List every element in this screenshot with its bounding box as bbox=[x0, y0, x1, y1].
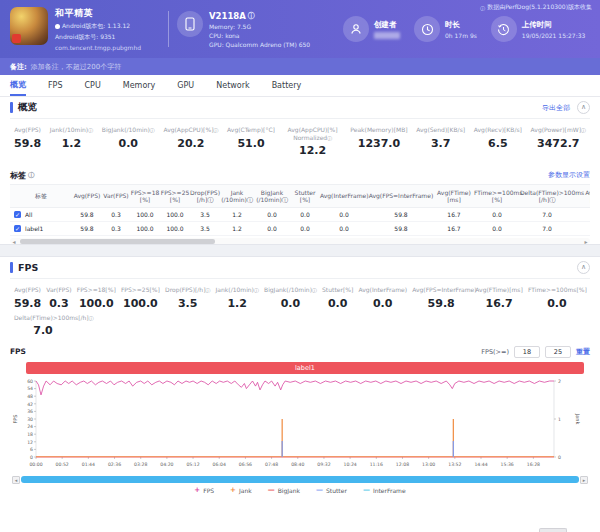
legend-label: Stutter bbox=[326, 487, 347, 494]
info-icon[interactable]: ⓘ bbox=[150, 127, 155, 133]
cell: 7.0 bbox=[520, 211, 574, 219]
info-icon[interactable]: ⓘ bbox=[254, 287, 259, 293]
legend-Stutter[interactable]: —Stutter bbox=[316, 486, 347, 494]
legend-marker: + bbox=[230, 486, 236, 494]
legend-marker: + bbox=[194, 486, 200, 494]
svg-text:12: 12 bbox=[27, 440, 33, 445]
stat-FTime>=100ms[%]: FTime>=100ms[%]0.0 bbox=[528, 286, 586, 310]
svg-text:36: 36 bbox=[27, 409, 33, 414]
upload-value: 19/05/2021 15:27:33 bbox=[522, 32, 585, 39]
duration-value: 0h 17m 9s bbox=[445, 32, 477, 39]
info-icon[interactable]: ⓘ bbox=[89, 315, 94, 321]
app-name: 和平精英 bbox=[55, 7, 141, 20]
svg-text:00:00: 00:00 bbox=[29, 462, 42, 467]
info-icon[interactable]: ⓘ bbox=[213, 127, 218, 133]
tab-Network[interactable]: Network bbox=[216, 75, 249, 96]
app-info: 和平精英 Android版本包: 1.13.12 Android版本号: 935… bbox=[10, 7, 160, 51]
fps-threshold-label: FPS(>=) bbox=[481, 348, 509, 356]
row-checkbox[interactable]: ✓ bbox=[14, 211, 21, 218]
scroll-right-icon[interactable]: ▸ bbox=[580, 476, 588, 484]
tab-GPU[interactable]: GPU bbox=[177, 75, 194, 96]
chart-hscroll-track[interactable] bbox=[21, 476, 579, 483]
fps-threshold-input-2[interactable] bbox=[545, 346, 571, 358]
fps-line-series bbox=[36, 381, 554, 395]
stat-Var(FPS): Var(FPS)0.3 bbox=[46, 286, 71, 310]
svg-text:14:44: 14:44 bbox=[474, 462, 487, 467]
svg-text:16:28: 16:28 bbox=[527, 462, 540, 467]
table-row-label1[interactable]: ✓label159.80.3100.0100.03.51.20.00.00.05… bbox=[10, 222, 590, 236]
legend-marker: — bbox=[316, 486, 323, 494]
svg-text:0: 0 bbox=[558, 455, 561, 460]
column-header: Avg(InterFrame) bbox=[320, 192, 368, 200]
reset-button[interactable]: 重置 bbox=[576, 347, 590, 357]
column-header: Stutter[%] bbox=[290, 189, 320, 204]
overview-stats-row: Avg(FPS)59.8Jank(/10min)ⓘ1.2BigJank(/10m… bbox=[10, 119, 590, 163]
scroll-left-icon[interactable]: ◂ bbox=[10, 238, 18, 245]
table-hscrollbar[interactable]: ◂ ▸ bbox=[10, 238, 590, 244]
tab-Memory[interactable]: Memory bbox=[123, 75, 156, 96]
legend-FPS[interactable]: +FPS bbox=[194, 486, 214, 494]
svg-text:6: 6 bbox=[30, 447, 33, 452]
svg-text:11:16: 11:16 bbox=[370, 462, 383, 467]
overview-collapse-button[interactable]: ∧ bbox=[577, 101, 590, 114]
chart-legend: +FPS+Jank—BigJank—Stutter—InterFrame bbox=[10, 486, 590, 494]
fps-section-title: FPS bbox=[10, 262, 38, 273]
fps-collapse-button[interactable]: ∧ bbox=[577, 261, 590, 274]
tab-CPU[interactable]: CPU bbox=[85, 75, 101, 96]
fps-stats-row: Avg(FPS)59.8Var(FPS)0.3FPS>=18[%]100.0FP… bbox=[10, 279, 590, 312]
svg-text:12:08: 12:08 bbox=[396, 462, 409, 467]
cell: 59.8 bbox=[72, 211, 102, 219]
fps-threshold-input-1[interactable] bbox=[514, 346, 540, 358]
legend-InterFrame[interactable]: —InterFrame bbox=[363, 486, 406, 494]
svg-text:42: 42 bbox=[27, 402, 33, 407]
cell: 3.5 bbox=[190, 211, 220, 219]
row-checkbox[interactable]: ✓ bbox=[14, 225, 21, 232]
svg-text:54: 54 bbox=[27, 386, 33, 391]
legend-BigJank[interactable]: —BigJank bbox=[268, 486, 300, 494]
chart-hscrollbar[interactable]: ◂ ▸ bbox=[12, 475, 588, 484]
legend-Jank[interactable]: +Jank bbox=[230, 486, 252, 494]
param-display-settings-link[interactable]: 参数显示设置 bbox=[548, 170, 590, 180]
column-header: FPS>=25[%] bbox=[160, 189, 190, 204]
table-row-All[interactable]: ✓All59.80.3100.0100.03.51.20.00.00.059.8… bbox=[10, 208, 590, 222]
section-accent-bar bbox=[10, 262, 13, 273]
tab-Battery[interactable]: Battery bbox=[272, 75, 302, 96]
info-icon[interactable]: ⓘ bbox=[312, 287, 317, 293]
info-icon[interactable]: ⓘ bbox=[581, 127, 586, 133]
export-all-link[interactable]: 导出全部 bbox=[542, 103, 570, 113]
table-hscroll-thumb[interactable] bbox=[20, 239, 215, 244]
remark-bar[interactable]: 备注: 添加备注，不超过200个字符 bbox=[0, 58, 600, 75]
label1-band[interactable]: label1 bbox=[26, 362, 584, 374]
stat-Avg(FPS): Avg(FPS)59.8 bbox=[14, 126, 41, 157]
legend-label: Jank bbox=[239, 487, 252, 494]
device-cpu: CPU: kona bbox=[209, 32, 310, 39]
table-header-row: 标签Avg(FPS)Var(FPS)FPS>=18[%]FPS>=25[%]Dr… bbox=[10, 184, 590, 208]
person-icon bbox=[343, 16, 369, 42]
info-icon[interactable]: ⓘ bbox=[28, 171, 35, 180]
svg-text:0: 0 bbox=[30, 455, 33, 460]
svg-text:08:40: 08:40 bbox=[291, 462, 304, 467]
info-icon[interactable]: ⓘ bbox=[88, 127, 93, 133]
stat-Avg(FPS=InterFrame): Avg(FPS=InterFrame)59.8 bbox=[412, 286, 470, 310]
tab-bar: 概览FPSCPUMemoryGPUNetworkBattery bbox=[0, 75, 600, 97]
row-label: All bbox=[25, 211, 32, 219]
cell: 100.0 bbox=[160, 225, 190, 233]
cell: 1.2 bbox=[220, 225, 254, 233]
column-header: FTime>=100ms[%] bbox=[474, 189, 520, 204]
labels-table: 标签Avg(FPS)Var(FPS)FPS>=18[%]FPS>=25[%]Dr… bbox=[10, 184, 590, 236]
info-icon[interactable]: ⓘ bbox=[206, 287, 211, 293]
stat-Avg(Recv)[KB/s]: Avg(Recv)[KB/s]6.5 bbox=[474, 126, 522, 157]
tab-概览[interactable]: 概览 bbox=[10, 75, 26, 96]
info-icon[interactable]: ⓘ bbox=[248, 11, 255, 21]
stat-FPS>=25[%]: FPS>=25[%]100.0 bbox=[121, 286, 160, 310]
labels-section: 标签ⓘ 参数显示设置 标签Avg(FPS)Var(FPS)FPS>=18[%]F… bbox=[0, 166, 600, 244]
column-header: BigJank(/10min)ⓘ bbox=[254, 189, 290, 204]
tab-FPS[interactable]: FPS bbox=[48, 75, 63, 96]
info-icon[interactable]: ⓘ bbox=[327, 135, 332, 141]
stat-Avg(Power)[mW]: Avg(Power)[mW]ⓘ3472.7 bbox=[531, 126, 586, 157]
svg-text:2: 2 bbox=[558, 379, 561, 384]
scroll-right-icon[interactable]: ▸ bbox=[582, 238, 590, 245]
scroll-left-icon[interactable]: ◂ bbox=[12, 476, 20, 484]
column-header: Jank(/10min)ⓘ bbox=[220, 189, 254, 204]
svg-text:60: 60 bbox=[27, 379, 33, 384]
